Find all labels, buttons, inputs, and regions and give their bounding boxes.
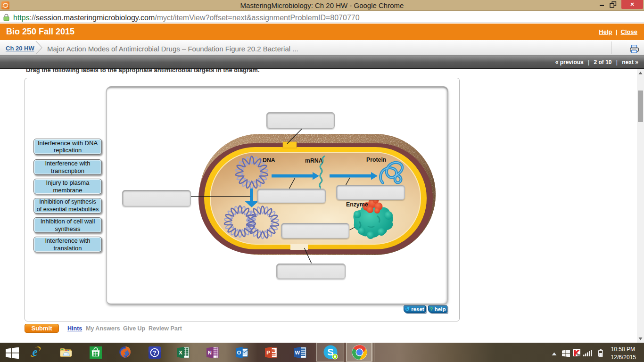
svg-text:Protein: Protein (366, 156, 386, 163)
svg-text:P: P (266, 350, 270, 355)
svg-text:?: ? (153, 350, 156, 356)
svg-text:Enzyme: Enzyme (346, 201, 368, 208)
svg-text:N: N (208, 350, 212, 355)
svg-text:mRNA: mRNA (305, 157, 323, 164)
svg-text:W: W (295, 350, 300, 355)
svg-text:X: X (179, 350, 182, 355)
svg-text:O: O (237, 350, 241, 355)
svg-text:DNA: DNA (263, 157, 275, 164)
